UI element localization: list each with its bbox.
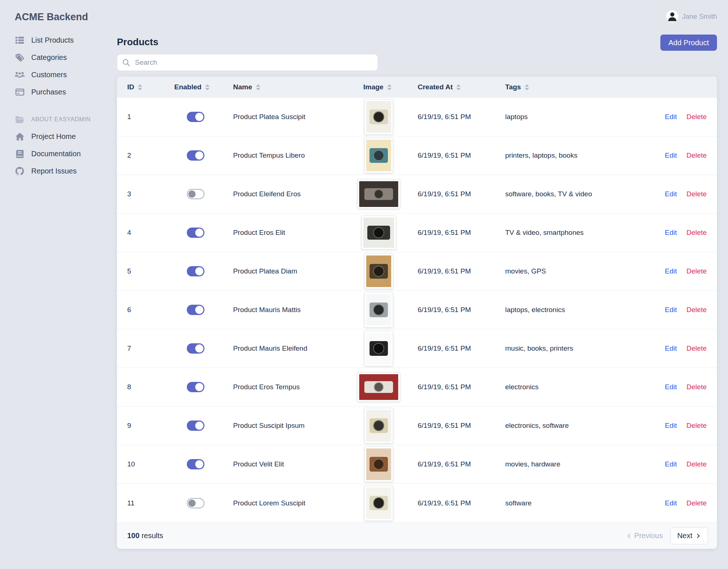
toggle-knob (195, 229, 203, 237)
next-page-button[interactable]: Next (670, 527, 708, 544)
delete-link[interactable]: Delete (686, 113, 707, 121)
created-at: 6/19/19, 6:51 PM (418, 113, 505, 121)
edit-link[interactable]: Edit (665, 383, 677, 391)
camera-photo-placeholder (366, 333, 391, 364)
camera-photo-placeholder (366, 448, 391, 480)
enabled-toggle[interactable] (187, 459, 204, 469)
product-image[interactable] (364, 486, 393, 521)
product-name: Product Mauris Mattis (233, 306, 363, 314)
delete-link[interactable]: Delete (686, 306, 707, 314)
sort-icon (456, 84, 461, 90)
delete-link[interactable]: Delete (686, 190, 707, 198)
sidebar-item-report-issues[interactable]: Report Issues (15, 162, 110, 180)
product-image[interactable] (364, 254, 393, 289)
delete-link[interactable]: Delete (686, 383, 707, 391)
product-image[interactable] (364, 292, 393, 328)
tags: printers, laptops, books (505, 151, 664, 160)
product-image[interactable] (364, 331, 393, 366)
sidebar-item-list-products[interactable]: List Products (15, 32, 110, 49)
row-id: 1 (127, 113, 174, 121)
enabled-toggle[interactable] (187, 228, 204, 238)
search-input[interactable] (117, 54, 378, 71)
sidebar-item-categories[interactable]: Categories (15, 49, 110, 66)
enabled-toggle[interactable] (187, 189, 204, 199)
github-icon (15, 167, 25, 175)
edit-link[interactable]: Edit (665, 306, 677, 314)
product-image[interactable] (364, 99, 393, 135)
delete-link[interactable]: Delete (686, 151, 707, 160)
enabled-toggle[interactable] (187, 498, 204, 508)
column-header-image[interactable]: Image (363, 83, 418, 91)
edit-link[interactable]: Edit (665, 267, 677, 275)
edit-link[interactable]: Edit (665, 151, 677, 160)
edit-link[interactable]: Edit (665, 229, 677, 237)
table-row: 4 Product Eros Elit 6/19/19, 6:51 PM TV … (117, 214, 717, 252)
product-image[interactable] (364, 408, 393, 443)
edit-link[interactable]: Edit (665, 499, 677, 507)
enabled-toggle[interactable] (187, 305, 204, 315)
table-row: 11 Product Lorem Suscipit 6/19/19, 6:51 … (117, 484, 717, 522)
edit-link[interactable]: Edit (665, 422, 677, 430)
product-image[interactable] (364, 447, 393, 482)
tags: electronics (505, 383, 664, 391)
enabled-toggle[interactable] (187, 112, 204, 122)
product-image[interactable] (357, 179, 400, 209)
product-image[interactable] (364, 138, 393, 173)
home-icon (15, 133, 25, 140)
table-row: 3 Product Eleifend Eros 6/19/19, 6:51 PM… (117, 175, 717, 214)
credit-card-icon (15, 89, 25, 96)
app-logo[interactable]: ACME Backend (15, 11, 110, 23)
toggle-knob (195, 422, 203, 430)
created-at: 6/19/19, 6:51 PM (418, 383, 505, 391)
delete-link[interactable]: Delete (686, 460, 707, 468)
column-header-tags[interactable]: Tags (505, 83, 664, 91)
enabled-toggle[interactable] (187, 343, 204, 354)
delete-link[interactable]: Delete (686, 499, 707, 507)
delete-link[interactable]: Delete (686, 422, 707, 430)
toggle-knob (195, 460, 203, 468)
toggle-knob (188, 500, 196, 507)
sidebar: ACME Backend List Products Categories Cu… (0, 0, 110, 180)
sort-icon (525, 84, 529, 90)
delete-link[interactable]: Delete (686, 344, 707, 353)
product-name: Product Mauris Eleifend (233, 344, 363, 353)
product-name: Product Tempus Libero (233, 151, 363, 160)
enabled-toggle[interactable] (187, 421, 204, 431)
enabled-toggle[interactable] (187, 382, 204, 392)
created-at: 6/19/19, 6:51 PM (418, 229, 505, 237)
user-menu[interactable]: Jane Smith (666, 10, 717, 22)
column-header-created-at[interactable]: Created At (418, 83, 505, 91)
delete-link[interactable]: Delete (686, 229, 707, 237)
enabled-toggle[interactable] (187, 150, 204, 161)
product-name: Product Eleifend Eros (233, 190, 363, 198)
sidebar-item-label: List Products (31, 36, 74, 44)
add-product-button[interactable]: Add Product (660, 35, 717, 51)
edit-link[interactable]: Edit (665, 460, 677, 468)
edit-link[interactable]: Edit (665, 113, 677, 121)
product-image[interactable] (361, 216, 396, 250)
avatar (666, 10, 678, 22)
table-row: 8 Product Eros Tempus 6/19/19, 6:51 PM e… (117, 368, 717, 407)
table-footer: 100 results Previous Next (117, 522, 717, 549)
previous-page-button[interactable]: Previous (626, 532, 663, 540)
delete-link[interactable]: Delete (686, 267, 707, 275)
camera-photo-placeholder (366, 140, 391, 171)
created-at: 6/19/19, 6:51 PM (418, 151, 505, 160)
edit-link[interactable]: Edit (665, 344, 677, 353)
edit-link[interactable]: Edit (665, 190, 677, 198)
product-image[interactable] (357, 372, 400, 402)
sidebar-item-label: Purchases (31, 88, 66, 96)
enabled-toggle[interactable] (187, 266, 204, 276)
column-header-name[interactable]: Name (233, 83, 363, 91)
camera-photo-placeholder (366, 101, 391, 133)
sidebar-item-project-home[interactable]: Project Home (15, 128, 110, 145)
column-header-enabled[interactable]: Enabled (174, 83, 233, 91)
row-id: 2 (127, 151, 174, 160)
sidebar-item-purchases[interactable]: Purchases (15, 83, 110, 101)
created-at: 6/19/19, 6:51 PM (418, 306, 505, 314)
sidebar-item-customers[interactable]: Customers (15, 66, 110, 83)
sidebar-item-documentation[interactable]: Documentation (15, 145, 110, 162)
column-header-id[interactable]: ID (127, 83, 174, 91)
search-bar (117, 54, 378, 71)
sidebar-item-label: Categories (31, 53, 67, 62)
